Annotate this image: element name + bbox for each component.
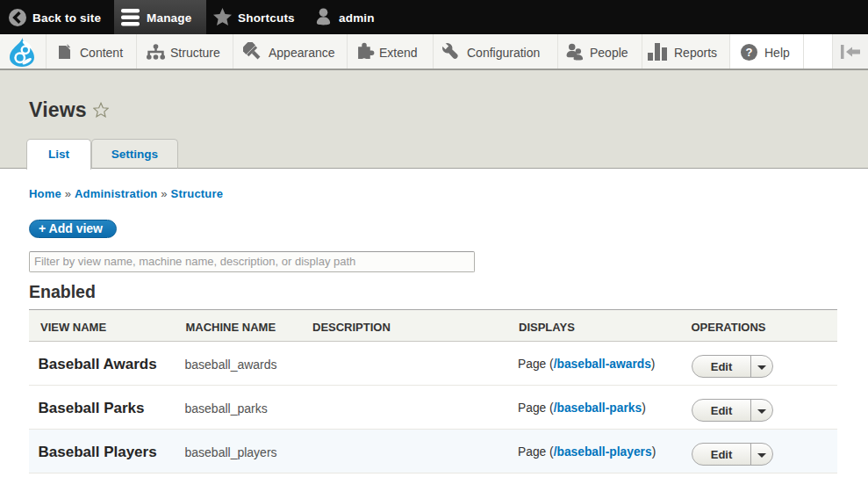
svg-text:?: ? — [746, 46, 753, 59]
